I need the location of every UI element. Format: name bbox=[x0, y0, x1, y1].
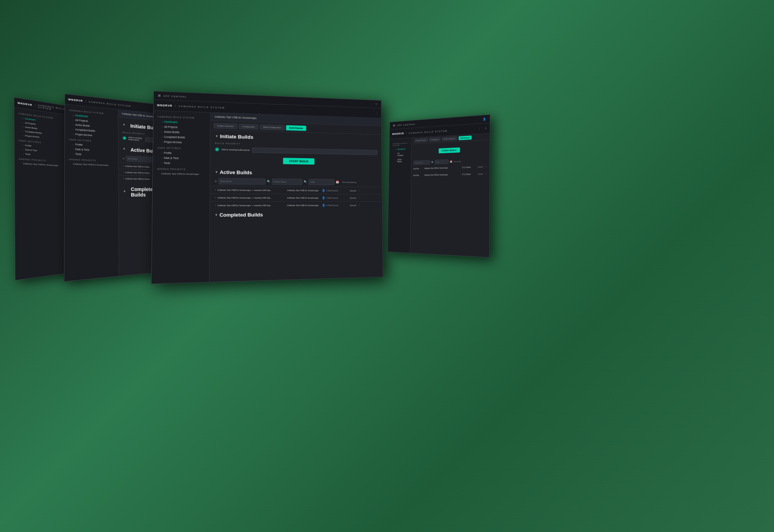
divider-2: / bbox=[85, 100, 86, 103]
app-central-label-4: APP CENTRAL bbox=[397, 123, 415, 126]
w4-project-1: VxWorks Test VSB for Screencaps bbox=[424, 166, 461, 169]
table-row-1-w3: › VxWorks Test VSB for Screencaps -> vxw… bbox=[210, 186, 382, 194]
radio-btn-2[interactable] bbox=[123, 136, 126, 140]
w4-date-1: 17.11 Sever bbox=[462, 166, 476, 168]
user-icon-4: 👤 bbox=[483, 118, 486, 121]
app-central-label-3: APP CENTRAL bbox=[163, 95, 187, 98]
calendar-icon-3: 📅 bbox=[336, 181, 339, 184]
active-builds-header-3: ▼ Active Builds bbox=[210, 166, 382, 178]
row-dots-2-w3[interactable]: ⋮ bbox=[357, 196, 361, 199]
build-name-search-2[interactable] bbox=[126, 156, 154, 163]
row-name-2-w3: VxWorks Test VSB for Screencaps -> vxwor… bbox=[218, 196, 286, 199]
table-toolbar-3: ≡ 🔍 🔍 📅 Time Remaining bbox=[210, 177, 382, 187]
technicality-col-4: Technicality bbox=[454, 160, 461, 162]
row-badge-3-w3: Queued bbox=[343, 204, 356, 206]
table-row-3-w3: › VxWorks Test VSB for Screencaps -> vxw… bbox=[210, 201, 382, 209]
w4-project-2: VxWorks Test VSB for Screencaps bbox=[424, 173, 461, 176]
logo-4: WNDRVR bbox=[392, 132, 404, 135]
search-magnifier-pn: 🔍 bbox=[304, 180, 307, 184]
search-icon-4: 🔍 bbox=[431, 161, 433, 163]
win-body-3: VXWORKS BUILD SYSTEM Dashboard All Proje… bbox=[151, 111, 383, 284]
close-icon-3[interactable]: ✕ bbox=[375, 103, 378, 106]
row-chevron-1-w2[interactable]: › bbox=[123, 165, 124, 167]
row-status-3-w3: 👤 In Build Queue bbox=[322, 204, 342, 207]
w4-dots-1[interactable]: ⋮ bbox=[484, 165, 487, 169]
sidebar-item-tools-3[interactable]: Tools bbox=[157, 160, 206, 166]
search-magnifier-bn: 🔍 bbox=[267, 180, 270, 183]
row-chevron-3-w3[interactable]: › bbox=[215, 204, 216, 207]
sidebar-section-user-2: USER SETTINGS Profile Date & Time Tools bbox=[65, 137, 118, 159]
row-status-2-w3: 👤 In Build Queue bbox=[322, 196, 342, 199]
w4-cancel-1[interactable]: Cancel bbox=[478, 166, 483, 168]
date-search-3[interactable] bbox=[308, 179, 334, 185]
radio-btn-3[interactable] bbox=[215, 148, 219, 151]
row-badge-2-w3: Queued bbox=[343, 197, 356, 199]
dots-menu-3[interactable]: ⋮ bbox=[375, 111, 378, 115]
tab-build-pipeline-4[interactable]: Build Pipeline bbox=[458, 135, 472, 140]
row-chevron-2-w3[interactable]: › bbox=[215, 196, 216, 199]
grid-icon-4: ⊞ bbox=[393, 124, 395, 127]
start-build-container: START BUILD bbox=[210, 157, 382, 166]
start-build-button-4[interactable]: START BUILD bbox=[438, 148, 460, 154]
sidebar-2: VXWORKS BUILD SYSTEM Dashboard All Proje… bbox=[64, 104, 119, 282]
tab-project-overview[interactable]: Project Overview bbox=[214, 123, 237, 129]
sidebar-project-2[interactable]: VxWorks Test VSB for Screencaps bbox=[69, 162, 115, 168]
row-dots-3-w3[interactable]: ⋮ bbox=[358, 204, 361, 207]
row-chevron-1-w3[interactable]: › bbox=[215, 188, 216, 191]
window-3: ⊞ APP CENTRAL ✕ WNDRVR / VXWORKS BUILD S… bbox=[151, 91, 383, 284]
tab-build-pipeline[interactable]: Build Pipeline bbox=[286, 125, 306, 131]
logo-2: WNDRVR bbox=[68, 98, 83, 102]
w4-id-2: test:Pub... bbox=[413, 174, 423, 176]
tab-build-configuration[interactable]: Build Configuration bbox=[260, 124, 284, 130]
sidebar-label: Project Archive bbox=[25, 135, 39, 138]
sidebar-section-projects-3: OPENED PROJECTS VxWorks Test VSB for Scr… bbox=[153, 166, 210, 177]
time-remaining-col: Time Remaining bbox=[340, 181, 358, 184]
tab-project-overview-4[interactable]: Project Overview bbox=[414, 138, 427, 143]
build-name-search-3[interactable] bbox=[218, 178, 265, 185]
chevron-active-2: ▼ bbox=[123, 147, 125, 151]
table-row-2-w3: › VxWorks Test VSB for Screencaps -> vxw… bbox=[210, 193, 382, 201]
sidebar-item-activebuilds-4[interactable]: Active Builds bbox=[392, 157, 408, 164]
person-icon-2: 👤 bbox=[322, 196, 325, 199]
sidebar-item-archive-3[interactable]: Project Archive bbox=[157, 139, 206, 145]
logo-1: WNDRVR bbox=[17, 102, 32, 106]
project-name-search-4[interactable] bbox=[413, 160, 430, 165]
row-chevron-2-w2[interactable]: › bbox=[123, 171, 124, 174]
chevron-active-3: ▼ bbox=[215, 170, 218, 174]
chevron-completed-2: ▼ bbox=[123, 190, 126, 193]
row-dots-1-w3[interactable]: ⋮ bbox=[357, 189, 361, 192]
initiate-builds-title-3: Initiate Builds bbox=[220, 134, 253, 140]
sidebar-section-4: VXWORKS BUILD SYSTEM Dashboard All Proje… bbox=[389, 141, 412, 165]
w4-cancel-2[interactable]: Cancel bbox=[477, 173, 483, 175]
grid-icon-3: ⊞ bbox=[158, 94, 161, 97]
sidebar-project-3[interactable]: VxWorks Test VSB for Screencaps bbox=[157, 171, 206, 177]
calendar-icon-4: 📅 bbox=[450, 160, 452, 163]
completed-builds-header-3: ▼ Completed Builds bbox=[210, 208, 382, 219]
w4-dots-2[interactable]: ⋮ bbox=[484, 172, 487, 176]
date-search-4[interactable] bbox=[435, 159, 449, 164]
start-build-button-3[interactable]: START BUILD bbox=[283, 158, 314, 165]
row-chevron-3-w2[interactable]: › bbox=[123, 177, 124, 180]
main-content-4: Project Overview Configuration Build Con… bbox=[410, 134, 490, 258]
filter-icon-2[interactable]: ≡ bbox=[123, 157, 124, 160]
row-project-2-w3: VxWorks Test VSB for Screencaps bbox=[287, 197, 321, 199]
tab-configuration[interactable]: Configuration bbox=[239, 124, 258, 129]
sys-title-3: VXWORKS BUILD SYSTEM bbox=[178, 105, 225, 109]
project-name-search-3[interactable] bbox=[272, 179, 302, 185]
w4-date-2: 17.11 Sever bbox=[462, 173, 477, 175]
build-input-3[interactable] bbox=[252, 148, 377, 155]
sys-title-4: VXWORKS BUILD SYSTEM bbox=[409, 129, 448, 134]
dots-menu-4[interactable]: ⋮ bbox=[478, 127, 481, 130]
sidebar-4: VXWORKS BUILD SYSTEM Dashboard All Proje… bbox=[388, 138, 412, 257]
close-icon-4[interactable]: ✕ bbox=[485, 127, 487, 130]
tab-build-config-4[interactable]: Build Configuration bbox=[442, 136, 457, 141]
main-content-3: VxWorks Test VSB for Screencaps Project … bbox=[210, 113, 383, 284]
tab-configuration-4[interactable]: Configuration bbox=[429, 137, 440, 142]
sidebar-label: Dashboard bbox=[25, 118, 36, 121]
filter-icon-3[interactable]: ≡ bbox=[215, 179, 217, 183]
row-project-3-w3: VxWorks Test VSB for Screencaps bbox=[287, 204, 321, 206]
sidebar-item-allprojects-4[interactable]: All Projects bbox=[392, 151, 408, 158]
sidebar-3: VXWORKS BUILD SYSTEM Dashboard All Proje… bbox=[151, 111, 210, 284]
divider-1: / bbox=[35, 104, 36, 107]
radio-label-3: Add to existing build queue bbox=[221, 148, 250, 151]
